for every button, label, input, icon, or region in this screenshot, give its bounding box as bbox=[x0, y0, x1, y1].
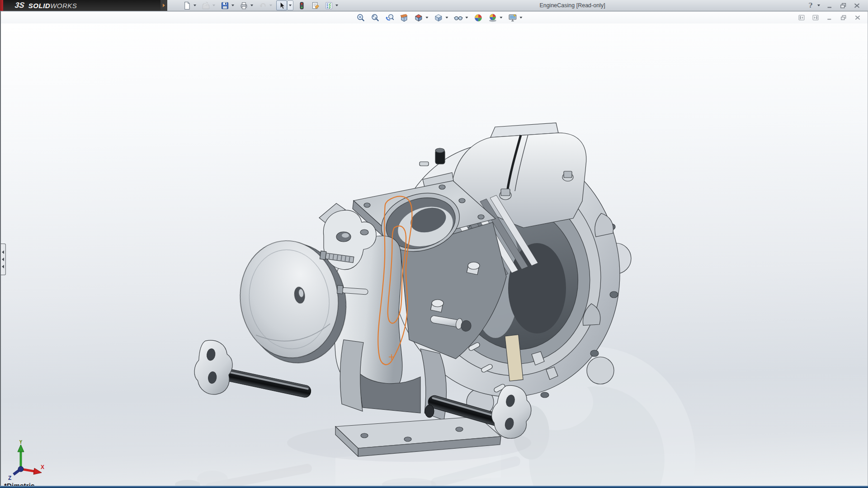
brand-red-accent bbox=[0, 0, 3, 11]
pane-right-icon bbox=[812, 14, 819, 21]
view-orientation-button[interactable] bbox=[412, 12, 424, 23]
zoom-to-fit-icon bbox=[356, 13, 365, 23]
zoom-to-area-icon bbox=[370, 13, 380, 23]
pane-left-icon bbox=[798, 14, 805, 21]
win-restore-icon bbox=[840, 2, 847, 9]
save-dropdown[interactable] bbox=[230, 0, 236, 10]
graphics-viewport[interactable]: Y X Z *Dimetric bbox=[0, 23, 868, 488]
apply-scene-button[interactable] bbox=[486, 12, 498, 23]
chevron-down-icon bbox=[817, 5, 820, 6]
options-dropdown[interactable] bbox=[334, 0, 340, 10]
logo-mark: 3S bbox=[14, 1, 25, 10]
file-properties-button[interactable] bbox=[310, 0, 321, 10]
document-close-button[interactable] bbox=[852, 13, 863, 23]
file-properties-icon bbox=[311, 1, 320, 10]
document-controls bbox=[794, 12, 864, 23]
options-checklist-icon bbox=[325, 1, 333, 10]
view-settings-button[interactable] bbox=[506, 12, 518, 23]
new-document-icon bbox=[183, 1, 191, 10]
solidworks-logo: 3S SOLIDWORKS bbox=[3, 0, 160, 11]
menu-row bbox=[0, 12, 868, 23]
select-cursor-icon bbox=[278, 1, 286, 10]
hide-show-items-button[interactable] bbox=[452, 12, 464, 23]
triad-z-label: Z bbox=[8, 475, 11, 481]
help-dropdown[interactable] bbox=[816, 0, 821, 10]
hide-show-items-dropdown[interactable] bbox=[464, 13, 469, 23]
triad-y-label: Y bbox=[19, 440, 23, 445]
undo-dropdown[interactable] bbox=[268, 0, 274, 10]
options-button[interactable] bbox=[323, 0, 334, 10]
apply-scene-icon bbox=[488, 13, 497, 23]
rebuild-traffic-light-icon bbox=[297, 1, 306, 10]
open-document-button[interactable] bbox=[200, 0, 211, 10]
save-button[interactable] bbox=[219, 0, 230, 10]
apply-scene-dropdown[interactable] bbox=[498, 13, 504, 23]
orientation-triad: Y X Z bbox=[5, 440, 44, 482]
collapse-arrow-icon bbox=[2, 250, 4, 254]
select-dropdown[interactable] bbox=[287, 0, 293, 10]
print-dropdown[interactable] bbox=[249, 0, 255, 10]
menu-flyout-tab[interactable] bbox=[160, 0, 167, 11]
section-view-button[interactable] bbox=[398, 12, 410, 23]
chevron-down-icon bbox=[212, 5, 215, 6]
logo-brand-light: WORKS bbox=[50, 2, 77, 9]
win-min-icon bbox=[826, 14, 833, 21]
hide-show-items-icon bbox=[453, 13, 463, 23]
chevron-down-icon bbox=[250, 5, 253, 6]
chevron-down-icon bbox=[289, 5, 292, 6]
pane-previous-button[interactable] bbox=[796, 13, 807, 23]
titlebar: 3S SOLIDWORKS EngineCasing [Read-only] ? bbox=[0, 0, 868, 11]
print-button[interactable] bbox=[238, 0, 249, 10]
display-style-icon bbox=[434, 13, 443, 23]
previous-view-icon bbox=[385, 13, 394, 23]
chevron-down-icon bbox=[519, 17, 522, 19]
win-close-icon bbox=[853, 2, 861, 9]
restore-button[interactable] bbox=[838, 0, 849, 10]
chevron-down-icon bbox=[445, 17, 448, 19]
flyout-arrow-icon bbox=[163, 4, 165, 7]
open-document-dropdown[interactable] bbox=[211, 0, 217, 10]
document-title: EngineCasing [Read-only] bbox=[539, 2, 605, 9]
standard-toolbar bbox=[167, 0, 341, 11]
new-document-dropdown[interactable] bbox=[192, 0, 198, 10]
save-icon bbox=[221, 1, 229, 10]
help-button[interactable]: ? bbox=[805, 0, 816, 10]
view-settings-icon bbox=[508, 13, 517, 23]
print-icon bbox=[240, 1, 248, 10]
view-settings-dropdown[interactable] bbox=[518, 13, 524, 23]
chevron-down-icon bbox=[269, 5, 272, 6]
window-border-left bbox=[0, 11, 1, 488]
edit-appearance-button[interactable] bbox=[472, 12, 484, 23]
previous-view-button[interactable] bbox=[383, 12, 395, 23]
pane-next-button[interactable] bbox=[810, 13, 821, 23]
display-style-dropdown[interactable] bbox=[444, 13, 449, 23]
section-view-icon bbox=[399, 13, 409, 23]
chevron-down-icon bbox=[335, 5, 338, 6]
close-button[interactable] bbox=[851, 0, 862, 10]
zoom-to-fit-button[interactable] bbox=[354, 12, 366, 23]
logo-brand-bold: SOLID bbox=[28, 2, 50, 9]
win-min-icon bbox=[826, 2, 834, 9]
chevron-down-icon bbox=[231, 5, 234, 6]
display-style-button[interactable] bbox=[432, 12, 444, 23]
model-engine-casing[interactable] bbox=[0, 23, 868, 488]
view-orientation-icon bbox=[414, 13, 423, 23]
rebuild-button[interactable] bbox=[296, 0, 307, 10]
select-button[interactable] bbox=[276, 0, 287, 10]
chevron-down-icon bbox=[500, 17, 502, 19]
help-glyph: ? bbox=[809, 1, 813, 9]
collapse-arrow-icon bbox=[2, 258, 4, 261]
view-orientation-dropdown[interactable] bbox=[424, 13, 429, 23]
document-minimize-button[interactable] bbox=[824, 13, 835, 23]
zoom-to-area-button[interactable] bbox=[369, 12, 381, 23]
collapse-arrow-icon bbox=[2, 265, 4, 268]
document-restore-button[interactable] bbox=[838, 13, 849, 23]
minimize-button[interactable] bbox=[824, 0, 835, 10]
undo-button[interactable] bbox=[257, 0, 268, 10]
new-document-button[interactable] bbox=[181, 0, 192, 10]
open-document-icon bbox=[202, 1, 210, 10]
edit-appearance-icon bbox=[473, 13, 483, 23]
chevron-down-icon bbox=[465, 17, 468, 19]
triad-x-label: X bbox=[41, 464, 44, 470]
titlebar-controls: ? bbox=[804, 0, 868, 11]
